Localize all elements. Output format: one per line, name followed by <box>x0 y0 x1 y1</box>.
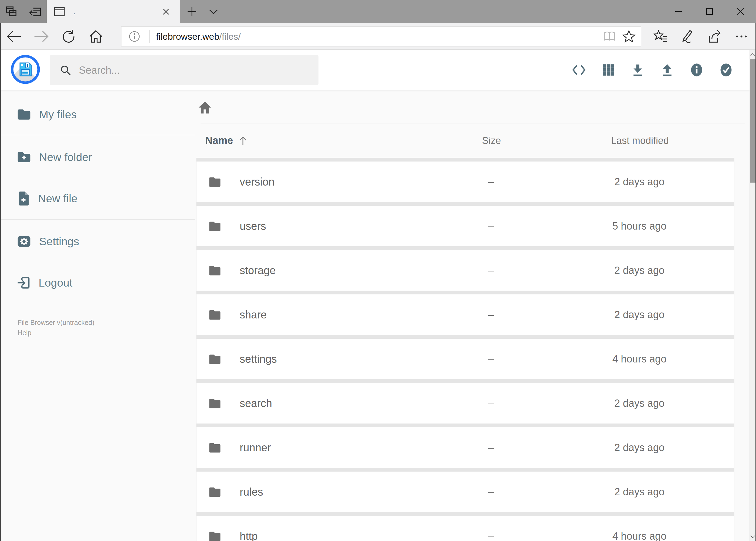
search-input[interactable] <box>79 65 295 76</box>
sidebar-item-my-files[interactable]: My files <box>1 101 195 129</box>
file-modified: 2 days ago <box>545 397 734 409</box>
add-favorite-button[interactable] <box>619 28 638 45</box>
file-modified: 4 hours ago <box>545 353 734 365</box>
url-text: filebrowser.web/files/ <box>156 31 600 42</box>
file-listing: Name Size Last modified version – 2 days… <box>195 90 750 541</box>
refresh-button[interactable] <box>57 25 80 48</box>
forward-button[interactable] <box>30 25 53 48</box>
select-multiple-button[interactable] <box>711 54 741 86</box>
file-row-version[interactable]: version – 2 days ago <box>196 162 734 202</box>
tab-close-button[interactable] <box>158 4 173 19</box>
raw-view-button[interactable] <box>564 54 594 86</box>
scroll-up-button[interactable] <box>750 50 755 59</box>
column-header-modified[interactable]: Last modified <box>546 135 734 146</box>
sidebar: My files New folder New file <box>1 90 195 541</box>
file-size: – <box>437 265 545 276</box>
maximize-button[interactable] <box>694 0 725 23</box>
file-size: – <box>437 353 545 365</box>
url-host: filebrowser.web <box>156 31 219 42</box>
upload-button[interactable] <box>652 54 682 86</box>
filebrowser-logo-icon[interactable] <box>10 54 41 85</box>
close-icon <box>737 8 744 15</box>
file-row-share[interactable]: share – 2 days ago <box>196 294 734 335</box>
file-modified: 2 days ago <box>545 176 734 188</box>
file-size: – <box>437 309 545 320</box>
back-button[interactable] <box>3 25 25 48</box>
sidebar-item-settings[interactable]: Settings <box>1 228 195 256</box>
tab-preview-toggle[interactable] <box>204 0 223 23</box>
more-options-button[interactable] <box>730 25 753 48</box>
column-header-name[interactable]: Name <box>196 135 437 146</box>
pen-icon <box>680 29 695 44</box>
sidebar-item-label: Logout <box>39 276 72 289</box>
minimize-icon <box>675 8 682 15</box>
plus-icon <box>187 6 197 17</box>
sidebar-item-logout[interactable]: Logout <box>1 269 195 297</box>
browser-window: . <box>0 0 756 541</box>
file-size: – <box>437 442 545 453</box>
breadcrumb-home-button[interactable] <box>197 99 213 115</box>
forward-icon <box>34 29 49 44</box>
file-modified: 4 hours ago <box>545 530 734 541</box>
folder-icon <box>208 529 222 541</box>
file-name: search <box>240 397 272 409</box>
folder-plus-icon <box>16 150 32 165</box>
sidebar-item-label: Settings <box>39 235 79 248</box>
tabs-set-aside-button[interactable] <box>28 5 42 19</box>
favorites-hub-button[interactable] <box>649 25 672 48</box>
tab-title: . <box>73 7 158 16</box>
close-window-button[interactable] <box>725 0 756 23</box>
file-plus-icon <box>16 191 31 206</box>
file-row-storage[interactable]: storage – 2 days ago <box>196 250 734 290</box>
share-button[interactable] <box>703 25 726 48</box>
folder-icon <box>208 219 222 233</box>
grid-view-button[interactable] <box>594 54 623 86</box>
file-name: storage <box>240 265 276 276</box>
home-icon <box>88 29 104 44</box>
browser-tab[interactable]: . <box>47 0 180 23</box>
help-link[interactable]: Help <box>18 327 95 338</box>
sidebar-item-new-file[interactable]: New file <box>1 185 195 213</box>
file-name: settings <box>240 353 277 365</box>
file-row-settings[interactable]: settings – 4 hours ago <box>196 339 734 379</box>
file-row-runner[interactable]: runner – 2 days ago <box>196 427 734 468</box>
sidebar-item-new-folder[interactable]: New folder <box>1 143 195 171</box>
search-box[interactable] <box>50 55 319 85</box>
folder-icon <box>208 307 222 322</box>
info-button[interactable] <box>682 54 711 86</box>
info-circle-icon <box>128 31 140 42</box>
folder-icon <box>208 175 222 189</box>
close-icon <box>162 7 170 16</box>
file-row-rules[interactable]: rules – 2 days ago <box>196 472 734 512</box>
home-button[interactable] <box>85 25 107 48</box>
new-tab-button[interactable] <box>183 0 201 23</box>
file-size: – <box>437 397 545 409</box>
download-icon <box>630 63 645 77</box>
maximize-icon <box>706 8 713 15</box>
hub-star-icon <box>653 29 668 44</box>
file-name: share <box>240 309 267 321</box>
page-scrollbar[interactable] <box>750 50 755 541</box>
sidebar-divider <box>1 219 195 220</box>
sidebar-divider <box>1 135 195 135</box>
minimize-button[interactable] <box>663 0 694 23</box>
address-bar[interactable]: filebrowser.web/files/ <box>121 26 641 46</box>
reading-view-button[interactable] <box>600 28 619 45</box>
back-icon <box>6 29 22 44</box>
app-version-text: File Browser v(untracked) <box>18 319 95 326</box>
scroll-down-button[interactable] <box>750 532 755 541</box>
tab-actions-group <box>0 0 47 23</box>
site-info-button[interactable] <box>125 28 144 45</box>
scrollbar-thumb[interactable] <box>750 59 755 183</box>
file-modified: 2 days ago <box>545 265 734 276</box>
file-row-http[interactable]: http – 4 hours ago <box>196 516 734 541</box>
download-button[interactable] <box>623 54 652 86</box>
file-row-search[interactable]: search – 2 days ago <box>196 383 734 423</box>
sidebar-footer: File Browser v(untracked) Help <box>18 317 95 338</box>
web-note-button[interactable] <box>676 25 699 48</box>
restore-tabs-icon <box>28 5 42 19</box>
set-tabs-aside-button[interactable] <box>5 5 19 19</box>
file-row-users[interactable]: users – 5 hours ago <box>196 206 734 246</box>
column-header-size[interactable]: Size <box>437 135 546 146</box>
listing-header: Name Size Last modified <box>196 124 734 158</box>
